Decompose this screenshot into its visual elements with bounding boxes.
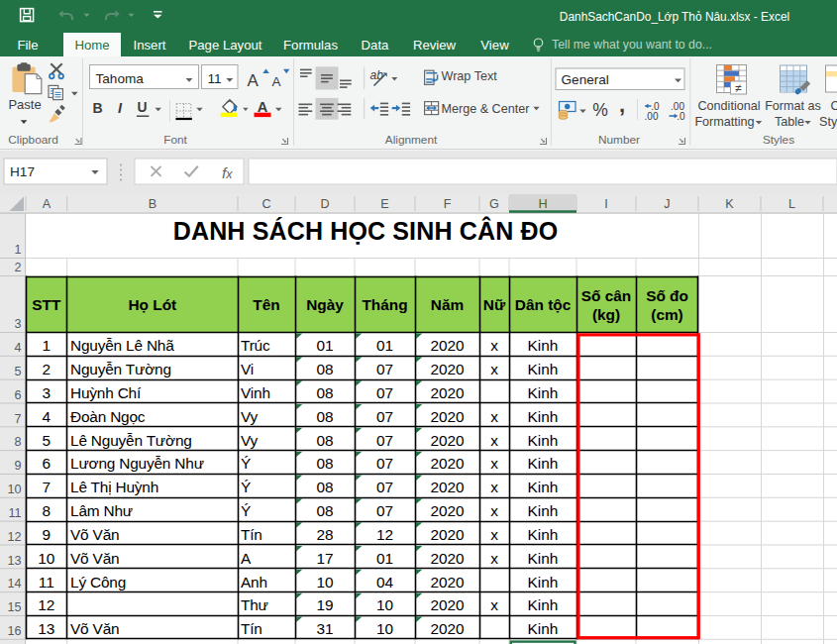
svg-text:Data: Data (362, 38, 390, 53)
svg-text:≠: ≠ (735, 81, 742, 95)
svg-text:8: 8 (43, 502, 52, 519)
svg-text:10: 10 (376, 620, 393, 637)
svg-text:10: 10 (7, 483, 21, 496)
svg-text:1: 1 (14, 243, 21, 257)
svg-text:Số cân: Số cân (581, 287, 631, 304)
svg-text:Ý: Ý (241, 479, 251, 495)
svg-text:2: 2 (14, 261, 21, 274)
svg-text:Võ Văn: Võ Văn (70, 526, 119, 543)
svg-text:Họ Lót: Họ Lót (128, 296, 176, 313)
svg-text:28: 28 (316, 526, 333, 543)
svg-text:DanhSachCanDo_Lớp Thỏ Nâu.xlsx: DanhSachCanDo_Lớp Thỏ Nâu.xlsx - Excel (560, 10, 789, 24)
svg-text:Vinh: Vinh (241, 384, 270, 401)
svg-text:Insert: Insert (134, 38, 166, 53)
svg-text:B: B (149, 197, 157, 211)
svg-text:Formatting: Formatting (694, 115, 754, 129)
svg-text:Kinh: Kinh (528, 432, 559, 449)
svg-text:5: 5 (14, 365, 21, 378)
svg-text:Vy: Vy (241, 408, 259, 425)
svg-text:04: 04 (376, 574, 394, 590)
svg-text:Võ Văn: Võ Văn (70, 550, 119, 567)
svg-text:%: % (592, 100, 608, 120)
svg-text:2020: 2020 (430, 596, 464, 613)
svg-text:2020: 2020 (430, 502, 464, 519)
svg-text:Kinh: Kinh (528, 502, 559, 519)
svg-text:Kinh: Kinh (528, 361, 559, 377)
svg-text:08: 08 (316, 384, 333, 401)
svg-text:U: U (138, 100, 148, 115)
svg-text:11: 11 (208, 71, 222, 86)
svg-text:Tín: Tín (241, 526, 262, 543)
svg-text:07: 07 (376, 455, 393, 472)
svg-text:2020: 2020 (430, 432, 464, 449)
svg-text:Vy: Vy (241, 432, 259, 449)
svg-text:Ý: Ý (241, 502, 251, 519)
svg-text:x: x (490, 408, 498, 425)
svg-text:G: G (489, 197, 499, 211)
svg-text:Năm: Năm (431, 296, 464, 313)
svg-text:A: A (43, 197, 52, 211)
svg-text:4: 4 (14, 341, 21, 355)
svg-text:F: F (444, 197, 452, 211)
svg-text:14: 14 (7, 577, 21, 590)
svg-text:2020: 2020 (430, 526, 464, 543)
svg-text:Tín: Tín (241, 620, 262, 637)
svg-text:x: x (490, 526, 498, 543)
svg-text:DANH SÁCH HỌC SINH CÂN ĐO: DANH SÁCH HỌC SINH CÂN ĐO (173, 216, 558, 245)
svg-text:07: 07 (376, 502, 393, 519)
svg-text:Kinh: Kinh (528, 596, 559, 613)
svg-text:9: 9 (14, 459, 21, 473)
svg-text:Formulas: Formulas (283, 38, 338, 53)
svg-text:3: 3 (14, 317, 21, 331)
svg-text:Anh: Anh (241, 574, 267, 590)
svg-text:7: 7 (43, 479, 52, 495)
svg-text:Home: Home (74, 38, 109, 53)
svg-text:General: General (562, 72, 609, 87)
svg-text:07: 07 (376, 432, 393, 449)
svg-text:8: 8 (14, 435, 21, 449)
svg-text:Alignment: Alignment (385, 133, 438, 147)
svg-text:Võ Văn: Võ Văn (70, 620, 119, 637)
svg-text:Kinh: Kinh (528, 574, 559, 590)
svg-text:K: K (725, 197, 734, 211)
svg-text:.00: .00 (645, 111, 659, 122)
svg-text:Thư: Thư (241, 596, 268, 613)
svg-text:Table: Table (775, 115, 804, 129)
svg-text:Kinh: Kinh (528, 408, 559, 425)
svg-text:Kinh: Kinh (528, 384, 559, 401)
svg-text:D: D (320, 197, 329, 211)
svg-text:A: A (248, 71, 260, 90)
svg-text:08: 08 (316, 455, 333, 472)
svg-text:I: I (604, 197, 608, 211)
svg-text:07: 07 (376, 408, 393, 425)
svg-text:7: 7 (14, 412, 21, 426)
svg-text:13: 13 (38, 620, 54, 637)
svg-text:01: 01 (376, 337, 393, 354)
svg-text:Format as: Format as (765, 99, 821, 113)
svg-text:Tên: Tên (253, 296, 279, 313)
svg-text:Lâm Như: Lâm Như (70, 502, 133, 519)
svg-text:9: 9 (43, 526, 52, 543)
svg-text:Kinh: Kinh (528, 620, 559, 637)
svg-text:Review: Review (413, 38, 457, 53)
svg-text:11: 11 (39, 574, 54, 590)
svg-text:Nguyễn Lê Nhã: Nguyễn Lê Nhã (70, 337, 174, 354)
svg-text:Kinh: Kinh (528, 479, 559, 495)
svg-text:x: x (490, 361, 498, 377)
svg-text:10: 10 (38, 550, 54, 567)
svg-text:31: 31 (316, 620, 333, 637)
svg-text:2020: 2020 (430, 574, 464, 590)
svg-text:Paste: Paste (8, 97, 41, 112)
svg-text:B: B (93, 100, 103, 116)
svg-text:4: 4 (43, 408, 52, 425)
svg-text:H17: H17 (10, 164, 35, 179)
svg-text:Clipboard: Clipboard (8, 133, 58, 147)
svg-text:2020: 2020 (430, 361, 464, 377)
svg-text:2020: 2020 (430, 620, 464, 637)
svg-text:3: 3 (43, 384, 52, 401)
svg-text:Dân tộc: Dân tộc (515, 296, 572, 313)
svg-text:H: H (538, 197, 547, 211)
svg-text:fx: fx (222, 164, 233, 182)
svg-text:x: x (490, 432, 498, 449)
svg-text:16: 16 (7, 624, 21, 638)
